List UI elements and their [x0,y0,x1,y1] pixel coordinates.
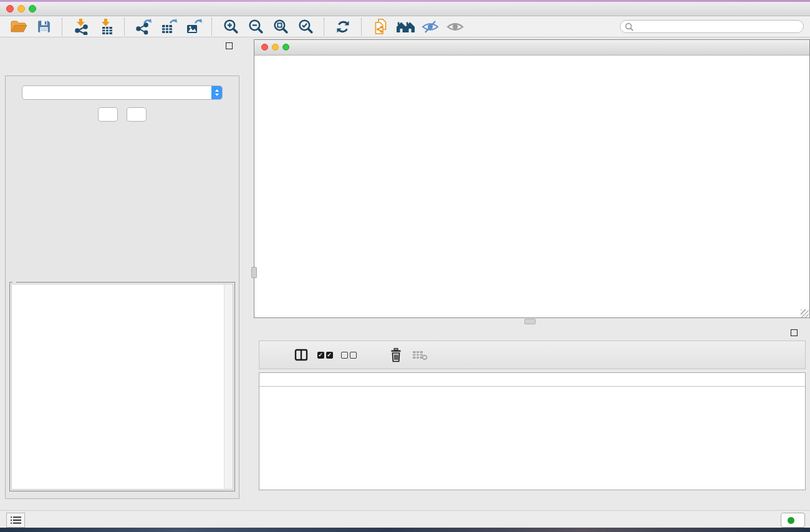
unchecked-checkboxes-icon [341,352,357,359]
application-window: ✓✓ [0,0,810,532]
import-table-icon [98,18,115,35]
eye-slash-icon [422,19,439,34]
zoom-window-button[interactable] [29,5,36,12]
status-menu-button[interactable] [6,513,25,528]
save-session-button[interactable] [32,17,55,36]
search-box[interactable] [620,20,804,33]
table-delete-icon [412,349,428,360]
duplicate-network-button[interactable] [369,17,392,36]
import-network-button[interactable] [70,17,92,36]
zoom-out-button[interactable] [244,17,267,36]
export-table-icon [160,18,177,35]
memory-status-dot [788,517,794,524]
toolbar-separator [62,18,63,36]
window-resize-grip[interactable] [801,309,809,317]
network-zoom-button[interactable] [282,44,289,51]
table-panel-header [254,324,810,342]
refresh-icon [335,19,351,35]
minimize-window-button[interactable] [17,5,25,12]
search-input[interactable] [637,21,799,32]
export-table-button[interactable] [157,17,180,36]
duplicate-network-icon [372,18,389,36]
table-header-row [259,373,805,387]
export-image-button[interactable] [182,17,205,36]
network-close-button[interactable] [261,44,268,51]
delete-table-button[interactable] [408,343,432,367]
add-column-button[interactable] [360,343,384,367]
chevron-down-icon [215,94,219,96]
dropdown-value [22,86,211,99]
toolbar-separator [324,18,325,36]
divider-handle-horizontal[interactable] [524,319,536,324]
table-body [259,387,805,389]
network-window [254,39,810,318]
delete-column-button[interactable] [384,343,408,367]
memory-button[interactable] [781,513,805,528]
mcds-result-list [11,284,233,490]
desktop-background [0,528,810,532]
network-minimize-button[interactable] [272,44,279,51]
network-graph [254,56,809,318]
zoom-selected-icon [297,18,314,35]
open-file-button[interactable] [7,17,30,36]
table-tabs-row [254,504,810,507]
zoom-in-icon [223,18,239,35]
zoom-selected-button[interactable] [294,17,317,36]
select-all-button[interactable]: ✓✓ [313,343,337,367]
float-panel-icon[interactable] [226,42,233,49]
zoom-in-button[interactable] [219,17,242,36]
window-titlebar [0,2,810,16]
control-panel [0,37,245,510]
run-mcds-button[interactable] [98,107,118,122]
checked-checkboxes-icon: ✓✓ [317,352,333,359]
export-network-button[interactable] [132,17,155,36]
toolbar-separator [211,18,213,36]
table-panel: ✓✓ [254,324,810,510]
import-table-button[interactable] [95,17,117,36]
save-icon [36,19,52,34]
zoom-out-icon [248,18,264,35]
close-panel-button[interactable] [127,107,147,122]
zoom-fit-button[interactable] [269,17,292,36]
zoom-fit-icon [272,18,289,35]
home-icon [396,19,415,34]
criterion-dropdown[interactable] [22,85,223,100]
table-settings-button[interactable] [266,343,289,367]
toolbar-separator [361,18,362,36]
close-window-button[interactable] [6,5,14,12]
mcds-result-fieldset [9,282,235,491]
refresh-button[interactable] [332,17,354,36]
show-panels-button[interactable] [444,17,466,36]
show-columns-button[interactable] [289,343,313,367]
chevron-up-icon [215,89,219,92]
list-icon [11,516,21,525]
deselect-all-button[interactable] [337,343,360,367]
hide-panels-button[interactable] [419,17,441,36]
export-image-icon [185,18,202,35]
node-table [259,372,806,490]
trash-icon [390,348,402,362]
search-icon [625,22,634,31]
column-view-icon [294,349,308,361]
table-toolbar: ✓✓ [259,341,806,369]
status-bar [0,510,810,528]
float-panel-icon[interactable] [791,329,798,336]
dropdown-stepper[interactable] [211,86,222,99]
import-network-icon [73,18,90,35]
mcds-tab-content [5,75,239,499]
export-network-icon [135,18,152,35]
divider-handle-vertical[interactable] [251,267,257,278]
eye-icon [446,19,464,34]
toolbar-separator [124,18,125,36]
control-panel-header [0,37,245,55]
main-toolbar [0,16,810,37]
folder-open-icon [10,19,28,34]
network-canvas[interactable] [254,56,809,318]
home-button[interactable] [394,17,417,36]
function-builder-button[interactable] [432,343,455,367]
result-scrollbar[interactable] [224,284,233,489]
network-window-titlebar[interactable] [254,40,809,56]
